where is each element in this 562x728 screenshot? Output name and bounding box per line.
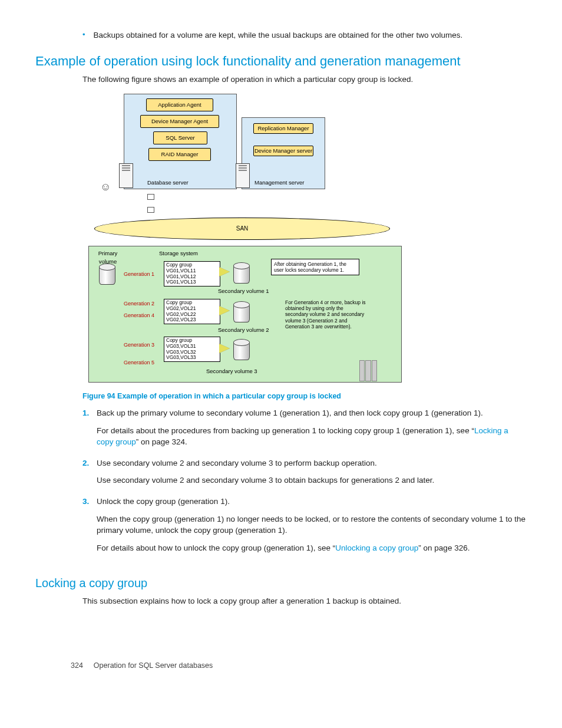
arrow-icon [219, 267, 230, 276]
box-replication-manager: Replication Manager [253, 123, 313, 134]
note-gen4: For Generation 4 or more, backup is obta… [283, 298, 370, 331]
box-application-agent: Application Agent [146, 98, 213, 111]
step-text: Use secondary volume 2 and secondary vol… [97, 457, 527, 469]
cylinder-icon [233, 301, 249, 321]
procedure-list: 1. Back up the primary volume to seconda… [82, 407, 527, 559]
port-icon [147, 194, 154, 200]
label-management-server: Management server [254, 179, 304, 187]
step-2: 2. Use secondary volume 2 and secondary … [82, 457, 527, 492]
text: VG03,VOL33 [166, 355, 218, 361]
subsection-intro: This subsection explains how to lock a c… [82, 595, 527, 607]
step-text: Back up the primary volume to secondary … [97, 407, 527, 419]
box-raid-manager: RAID Manager [148, 148, 211, 161]
text: VG02,VOL23 [166, 317, 218, 323]
arrow-icon [219, 344, 230, 353]
label-secondary-volume-3: Secondary volume 3 [206, 367, 257, 375]
diagram: Application Agent Device Manager Agent S… [82, 94, 401, 383]
text: Replication Manager [257, 125, 309, 131]
label-generation-3: Generation 3 [124, 341, 154, 349]
text: ” on page 324. [136, 437, 187, 446]
cylinder-icon [233, 339, 249, 359]
subsection-heading: Locking a copy group [35, 575, 527, 592]
arrow-icon [219, 306, 230, 315]
page-number: 324 [71, 660, 83, 671]
copy-group-1: Copy group VG01,VOL11 VG01,VOL12 VG01,VO… [164, 261, 220, 286]
step-text: When the copy group (generation 1) no lo… [97, 513, 527, 536]
box-device-manager-agent: Device Manager Agent [140, 115, 219, 128]
bullet-item: • Backups obtained for a volume are kept… [82, 29, 527, 41]
figure-94: Application Agent Device Manager Agent S… [82, 94, 527, 383]
label-secondary-volume-2: Secondary volume 2 [218, 326, 269, 334]
intro-paragraph: The following figure shows an example of… [82, 74, 527, 85]
step-3: 3. Unlock the copy group (generation 1).… [82, 496, 527, 559]
page-footer: 324 Operation for SQL Server databases [35, 660, 527, 671]
bullet-text: Backups obtained for a volume are kept, … [94, 29, 527, 41]
label-generation-5: Generation 5 [124, 359, 154, 367]
box-sql-server: SQL Server [153, 131, 207, 144]
link-unlocking-copy-group[interactable]: Unlocking a copy group [335, 543, 418, 552]
note-lock: After obtaining Generation 1, the user l… [271, 259, 359, 275]
step-text: Unlock the copy group (generation 1). [97, 496, 527, 508]
figure-caption: Figure 94 Example of operation in which … [82, 391, 527, 401]
tower-icon [236, 163, 250, 188]
step-number: 1. [82, 407, 97, 454]
text: Device Manager server [254, 147, 312, 154]
user-icon: ☺ [100, 179, 111, 195]
cylinder-icon [99, 263, 114, 284]
tower-icon [119, 163, 133, 188]
label-storage-system: Storage system [159, 249, 198, 258]
box-device-manager-server: Device Manager server [253, 146, 313, 156]
label-secondary-volume-1: Secondary volume 1 [218, 287, 269, 295]
step-text: For details about how to unlock the copy… [97, 542, 527, 554]
port-icon [147, 207, 154, 213]
label-database-server: Database server [147, 179, 189, 187]
label-generation-4: Generation 4 [124, 312, 154, 319]
step-text: Use secondary volume 2 and secondary vol… [97, 475, 527, 486]
step-text: For details about the procedures from ba… [97, 425, 527, 448]
text: For details about the procedures from ba… [97, 426, 474, 435]
step-1: 1. Back up the primary volume to seconda… [82, 407, 527, 454]
label-generation-1: Generation 1 [124, 271, 154, 278]
bullet-icon: • [82, 29, 85, 41]
footer-title: Operation for SQL Server databases [94, 660, 213, 671]
label-generation-2: Generation 2 [124, 300, 154, 308]
copy-group-2: Copy group VG02,VOL21 VG02,VOL22 VG02,VO… [164, 299, 220, 324]
step-number: 2. [82, 457, 97, 492]
text: For details about how to unlock the copy… [97, 543, 335, 552]
text: VG01,VOL13 [166, 279, 218, 285]
san-oval: SAN [94, 218, 390, 240]
step-number: 3. [82, 496, 97, 559]
cylinder-icon [233, 262, 249, 282]
bars-icon [359, 360, 377, 381]
section-heading: Example of operation using lock function… [35, 52, 527, 71]
copy-group-3: Copy group VG03,VOL31 VG03,VOL32 VG03,VO… [164, 337, 220, 362]
text: ” on page 326. [418, 543, 470, 552]
